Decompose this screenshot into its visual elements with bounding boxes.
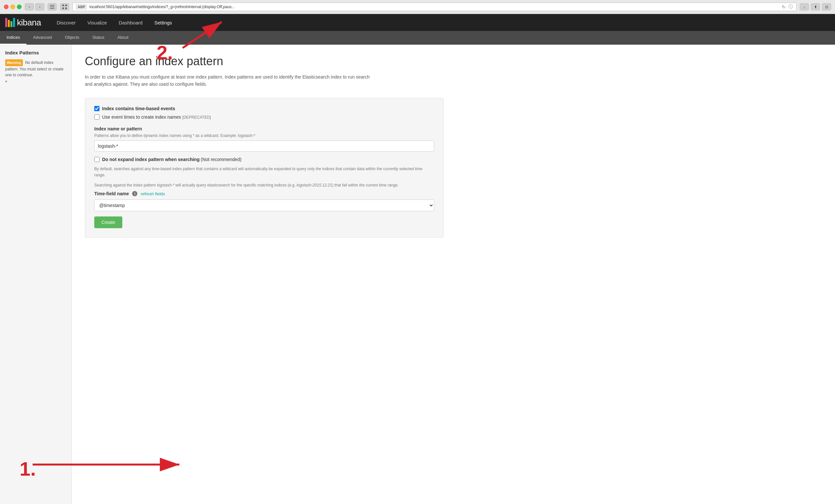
forward-button[interactable]: › [35,3,44,10]
svg-rect-4 [65,4,67,6]
page-title: Configure an index pattern [85,55,822,68]
no-expand-label[interactable]: Do not expand index pattern when searchi… [102,157,241,162]
time-field-label: Time-field name [94,191,129,196]
info-circle-icon[interactable]: ⓘ [788,4,793,10]
logo-bar-4 [13,18,15,27]
svg-rect-1 [50,6,55,7]
warning-badge: Warning [5,59,23,66]
share-button[interactable]: ⬆ [811,3,820,10]
subnav-status[interactable]: Status [86,31,111,45]
url-text: localhost:5601/app/kibana#/settings/indi… [89,4,779,9]
logo-text: kibana [17,18,41,28]
sidebar: Index Patterns Warning No default index … [0,45,72,504]
subnav-indices[interactable]: Indices [0,31,26,45]
time-field-row: Time-field name i refresh fields [94,191,434,196]
svg-rect-5 [62,7,64,9]
svg-rect-2 [50,8,55,9]
index-name-hint: Patterns allow you to define dynamic ind… [94,133,434,138]
time-based-label[interactable]: Index contains time-based events [102,106,175,111]
index-name-label: Index name or pattern [94,126,434,131]
event-times-checkbox-row: Use event times to create index names [D… [94,114,434,120]
adblock-icon: ABP [76,4,87,9]
settings-sub-navigation: Indices Advanced Objects Status About [0,31,835,45]
info-icon[interactable]: i [132,191,137,196]
minimize-button[interactable] [11,4,15,9]
logo-bars [5,18,15,27]
subnav-advanced[interactable]: Advanced [26,31,58,45]
logo-bar-2 [8,20,10,27]
back-button[interactable]: ‹ [25,3,34,10]
refresh-fields-link[interactable]: refresh fields [141,191,165,196]
time-based-checkbox-row: Index contains time-based events [94,106,434,111]
logo-bar-1 [5,18,7,27]
refresh-icon[interactable]: ↻ [782,4,786,9]
expand-description-2: Searching against the index pattern logs… [94,182,434,188]
logo-bar-3 [11,21,13,27]
close-button[interactable] [4,4,8,9]
no-expand-checkbox-row: Do not expand index pattern when searchi… [94,157,434,162]
grid-button[interactable] [60,3,69,10]
browser-chrome: ‹ › ABP localhost:5601/app/kibana#/setti… [0,0,835,14]
nav-discover[interactable]: Discover [51,14,82,31]
index-name-field-group: Index name or pattern Patterns allow you… [94,126,434,152]
address-bar[interactable]: ABP localhost:5601/app/kibana#/settings/… [73,3,796,11]
svg-rect-6 [65,7,67,9]
main-nav-links: Discover Visualize Dashboard Settings [51,14,178,31]
sidebar-title: Index Patterns [0,50,72,59]
traffic-lights [4,4,22,9]
warning-message: Warning No default index pattern. You mu… [0,59,72,78]
maximize-button[interactable] [17,4,22,9]
main-content: 2. Configure an index pattern In order t… [72,45,835,504]
fullscreen-button[interactable]: ⊡ [822,3,831,10]
not-recommended-text: (Not recommended) [201,157,242,162]
subnav-about[interactable]: About [111,31,135,45]
create-button[interactable]: Create [94,216,122,228]
main-layout: Index Patterns Warning No default index … [0,45,835,504]
time-field-select[interactable]: @timestamp [94,200,434,211]
sidebar-toggle-button[interactable] [48,3,57,10]
browser-actions: ↓ ⬆ ⊡ [800,3,831,10]
index-pattern-form: Index contains time-based events Use eve… [85,98,444,238]
page-description: In order to use Kibana you must configur… [85,74,378,88]
nav-dashboard[interactable]: Dashboard [113,14,148,31]
nav-settings[interactable]: Settings [148,14,178,31]
kibana-logo: kibana [5,18,41,28]
nav-buttons: ‹ › [25,3,44,10]
create-button-container: Create [94,211,434,228]
svg-rect-3 [62,4,64,6]
subnav-objects[interactable]: Objects [58,31,86,45]
deprecated-tag: [DEPRECATED] [182,115,211,120]
no-expand-checkbox[interactable] [94,157,100,162]
arrow-indicator: ▾ [0,78,72,84]
time-based-checkbox[interactable] [94,106,100,111]
svg-rect-0 [50,5,55,5]
nav-visualize[interactable]: Visualize [82,14,113,31]
index-name-input[interactable] [94,141,434,152]
download-button[interactable]: ↓ [800,3,809,10]
event-times-label[interactable]: Use event times to create index names [D… [102,114,211,120]
event-times-checkbox[interactable] [94,114,100,120]
expand-description-1: By default, searches against any time-ba… [94,166,434,178]
top-navigation: kibana Discover Visualize Dashboard Sett… [0,14,835,31]
